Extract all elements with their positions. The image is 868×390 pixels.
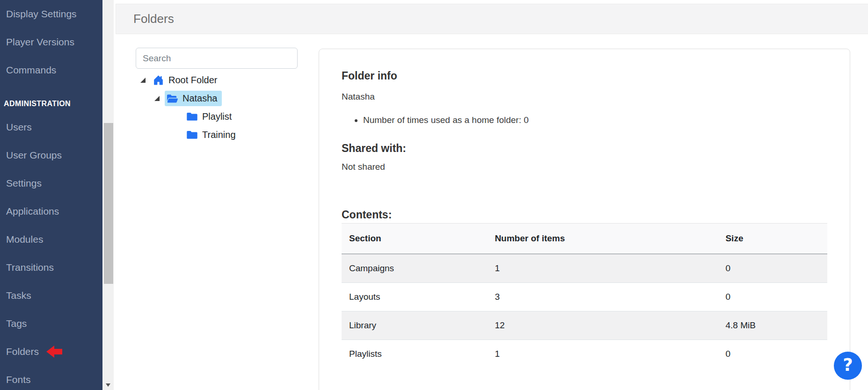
tree-row-training: Training (136, 126, 240, 144)
sidebar-item-label: Modules (6, 234, 43, 245)
sidebar-item-tags[interactable]: Tags (0, 310, 102, 338)
cell-count: 3 (487, 283, 718, 311)
tree-node-label: Natasha (182, 93, 218, 104)
tree-node-root-folder[interactable]: Root Folder (151, 72, 222, 88)
column-header-number-of-items: Number of items (487, 224, 718, 254)
sidebar-item-transitions[interactable]: Transitions (0, 253, 102, 282)
tree-indent (136, 80, 140, 80)
scrollbar-down-arrow-icon[interactable] (106, 383, 110, 387)
tree-node-label: Playlist (202, 111, 232, 122)
sidebar-item-label: Player Versions (6, 36, 74, 48)
tree-node-label: Training (202, 130, 236, 140)
cell-count: 1 (487, 340, 718, 368)
folder-name: Natasha (342, 92, 827, 102)
tree-node-label: Root Folder (168, 75, 218, 86)
folder-info-heading: Folder info (342, 70, 827, 82)
tree-node-training[interactable]: Training (184, 127, 240, 143)
table-row-library: Library 12 4.8 MiB (342, 311, 827, 340)
folder-icon (186, 130, 198, 140)
tree-row-root-folder: Root Folder (136, 71, 240, 89)
home-icon (153, 75, 164, 85)
folder-info-card: Folder info Natasha Number of times used… (319, 49, 850, 390)
sidebar-item-label: User Groups (6, 150, 62, 161)
home-folder-usage: Number of times used as a home folder: 0 (363, 115, 827, 125)
folder-icon (186, 112, 198, 122)
cell-count: 1 (487, 254, 718, 283)
contents-table: Section Number of items Size Campaigns 1… (342, 223, 827, 368)
folder-detail-list: Number of times used as a home folder: 0 (342, 115, 827, 125)
cell-size: 0 (718, 283, 827, 311)
contents-table-header-row: Section Number of items Size (342, 224, 827, 254)
cell-section: Layouts (342, 283, 487, 311)
contents-heading: Contents: (342, 209, 827, 221)
cell-size: 4.8 MiB (718, 311, 827, 340)
folder-open-icon (167, 94, 178, 103)
sidebar-item-label: Tags (6, 318, 27, 329)
sidebar-item-user-groups[interactable]: User Groups (0, 141, 102, 169)
sidebar-item-settings[interactable]: Settings (0, 169, 102, 197)
sidebar-section-label: ADMINISTRATION (4, 100, 71, 108)
tree-row-natasha: Natasha (136, 89, 240, 108)
sidebar-item-label: Folders (6, 346, 39, 357)
sidebar-item-users[interactable]: Users (0, 113, 102, 141)
sidebar-item-label: Users (6, 122, 32, 133)
tree-indent (136, 135, 184, 135)
shared-with-heading: Shared with: (342, 142, 827, 155)
column-header-section: Section (342, 224, 487, 254)
cell-section: Library (342, 311, 487, 340)
sidebar-item-label: Commands (6, 65, 56, 76)
sidebar-menu: Display Settings Player Versions Command… (0, 0, 102, 390)
cell-size: 0 (718, 254, 827, 283)
column-header-size: Size (718, 224, 827, 254)
sidebar-item-player-versions[interactable]: Player Versions (0, 28, 102, 56)
search-input[interactable] (136, 48, 298, 69)
cell-size: 0 (718, 340, 827, 368)
folder-tree: Root Folder Natasha Playlist (136, 71, 240, 144)
tree-indent (136, 116, 184, 117)
sidebar-item-label: Settings (6, 178, 42, 189)
table-row-playlists: Playlists 1 0 (342, 340, 827, 368)
sidebar-item-commands[interactable]: Commands (0, 56, 102, 84)
tree-node-playlist[interactable]: Playlist (184, 109, 236, 124)
tree-expander-icon[interactable] (140, 78, 151, 83)
table-row-campaigns: Campaigns 1 0 (342, 254, 827, 283)
cell-section: Campaigns (342, 254, 487, 283)
tree-node-natasha[interactable]: Natasha (165, 91, 222, 106)
tree-expander-icon[interactable] (154, 96, 165, 101)
sidebar-section-administration: ADMINISTRATION (0, 94, 102, 113)
question-mark-icon: ? (843, 356, 853, 374)
sidebar-item-applications[interactable]: Applications (0, 197, 102, 225)
tree-row-playlist: Playlist (136, 108, 240, 126)
sidebar-scrollbar-thumb[interactable] (104, 123, 113, 284)
sidebar-item-tasks[interactable]: Tasks (0, 282, 102, 310)
sidebar-item-label: Display Settings (6, 8, 77, 20)
cell-count: 12 (487, 311, 718, 340)
page-title: Folders (133, 12, 174, 26)
sidebar-item-label: Tasks (6, 290, 31, 301)
annotation-arrow-left-icon (46, 346, 63, 358)
table-row-layouts: Layouts 3 0 (342, 283, 827, 311)
sidebar-item-label: Applications (6, 206, 59, 217)
sidebar-scrollbar-track[interactable] (102, 0, 114, 390)
sidebar-item-display-settings[interactable]: Display Settings (0, 0, 102, 28)
sidebar-item-modules[interactable]: Modules (0, 225, 102, 253)
sidebar-item-folders[interactable]: Folders (0, 338, 102, 366)
cell-section: Playlists (342, 340, 487, 368)
sidebar-item-label: Transitions (6, 262, 54, 273)
sidebar: Display Settings Player Versions Command… (0, 0, 102, 390)
page-header: Folders (116, 4, 868, 34)
tree-indent (136, 98, 154, 99)
help-button[interactable]: ? (834, 352, 862, 380)
sidebar-item-fonts[interactable]: Fonts (0, 366, 102, 390)
sidebar-item-label: Fonts (6, 374, 31, 385)
shared-with-value: Not shared (342, 162, 827, 172)
